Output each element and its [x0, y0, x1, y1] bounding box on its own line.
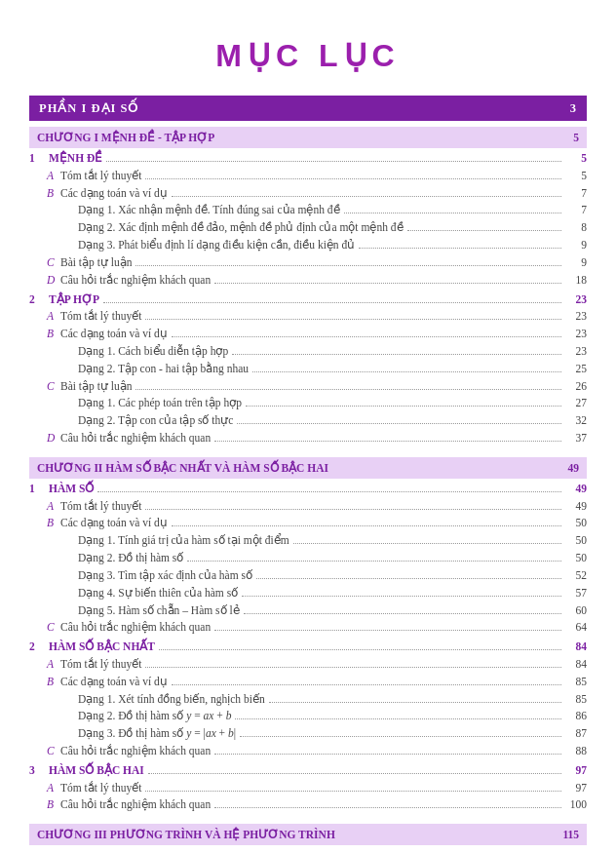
toc-row-c2-1b: B Các dạng toán và ví dụ 50 — [29, 515, 587, 532]
toc-row-1b1: Dạng 1. Xác nhận mệnh đề. Tính đúng sai … — [29, 202, 587, 219]
chapter3-label: CHƯƠNG III PHƯƠNG TRÌNH VÀ HỆ PHƯƠNG TRÌ… — [37, 828, 335, 841]
chapter-label: CHƯƠNG I MỆNH ĐỀ - TẬP HỢP — [37, 131, 214, 144]
toc-row-1b: B Các dạng toán và ví dụ 7 — [29, 185, 587, 203]
toc-row-2b1: Dạng 1. Cách biểu diễn tập hợp 23 — [29, 343, 587, 361]
toc-content: PHẦN I ĐẠI SỐ 3 CHƯƠNG I MỆNH ĐỀ - TẬP H… — [29, 96, 587, 845]
chapter3-page: 115 — [562, 829, 579, 840]
toc-row-2: 2 TẬP HỢP 23 — [29, 291, 587, 309]
chapter2-page: 49 — [568, 462, 580, 474]
toc-row-1c: C Bài tập tự luận 9 — [29, 254, 587, 272]
toc-row-1a: A Tóm tắt lý thuyết 5 — [29, 168, 587, 185]
toc-row-2c: C Bài tập tự luận 26 — [29, 378, 587, 396]
toc-row-c2-1a: A Tóm tắt lý thuyết 49 — [29, 498, 587, 516]
toc-row-2c1: Dạng 1. Các phép toán trên tập hợp 27 — [29, 395, 587, 412]
toc-row-2b: B Các dạng toán và ví dụ 23 — [29, 326, 587, 343]
chapter-header-1: CHƯƠNG I MỆNH ĐỀ - TẬP HỢP 5 — [29, 127, 587, 148]
toc-row-1: 1 MỆNH ĐỀ 5 — [29, 150, 587, 168]
chapter-header-3: CHƯƠNG III PHƯƠNG TRÌNH VÀ HỆ PHƯƠNG TRÌ… — [29, 824, 587, 845]
toc-row-1d: D Câu hỏi trắc nghiệm khách quan 18 — [29, 272, 587, 290]
part-label: PHẦN I ĐẠI SỐ — [39, 100, 138, 116]
part-page: 3 — [570, 101, 577, 116]
toc-row-2c2: Dạng 2. Tập con của tập số thực 32 — [29, 412, 587, 430]
toc-row-2b2: Dạng 2. Tập con - hai tập bằng nhau 25 — [29, 361, 587, 378]
chapter-header-2: CHƯƠNG II HÀM SỐ BẬC NHẤT VÀ HÀM SỐ BẬC … — [29, 457, 587, 479]
chapter-page: 5 — [573, 132, 579, 143]
main-title: MỤC LỤC — [29, 19, 587, 96]
chapter2-label: CHƯƠNG II HÀM SỐ BẬC NHẤT VÀ HÀM SỐ BẬC … — [37, 461, 328, 475]
toc-row-1b2: Dạng 2. Xác định mệnh đề đảo, mệnh đề ph… — [29, 219, 587, 237]
toc-row-2a: A Tóm tắt lý thuyết 23 — [29, 308, 587, 326]
toc-row-c2-1: 1 HÀM SỐ 49 — [29, 481, 587, 498]
toc-row-1b3: Dạng 3. Phát biểu định lí dạng điều kiện… — [29, 237, 587, 254]
part-header-1: PHẦN I ĐẠI SỐ 3 — [29, 96, 587, 121]
toc-row-2d: D Câu hỏi trắc nghiệm khách quan 37 — [29, 430, 587, 447]
